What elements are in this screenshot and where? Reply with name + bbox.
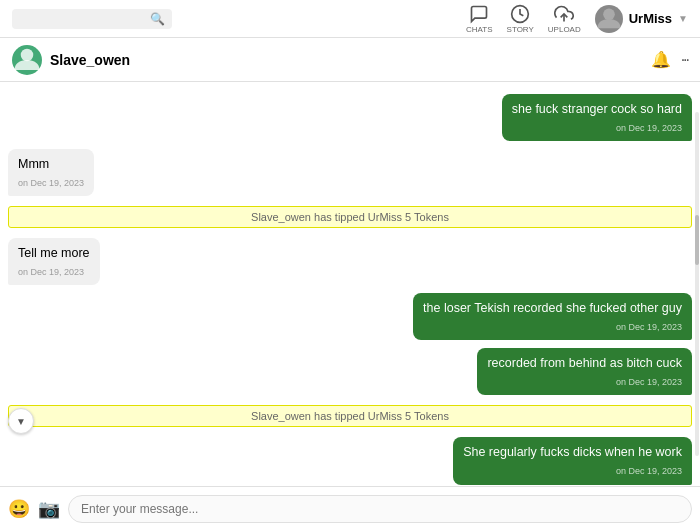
right-scrollbar[interactable] — [694, 82, 700, 486]
received-bubble: Tell me moreon Dec 19, 2023 — [8, 238, 100, 285]
search-bar[interactable]: 🔍 — [12, 9, 172, 29]
message-row: Mmmon Dec 19, 2023 — [8, 149, 692, 196]
message-text: the loser Tekish recorded she fucked oth… — [423, 301, 682, 315]
message-input[interactable] — [68, 495, 692, 523]
top-navigation: 🔍 CHATS STORY UPLOAD UrMiss ▼ — [0, 0, 700, 38]
scrollbar-track — [695, 112, 699, 456]
message-time: on Dec 19, 2023 — [463, 465, 682, 478]
message-row: Tell me moreon Dec 19, 2023 — [8, 238, 692, 285]
svg-point-2 — [603, 8, 615, 20]
messages-wrapper: she fuck stranger cock so hardon Dec 19,… — [0, 82, 700, 486]
profile-avatar — [595, 5, 623, 33]
message-row: recorded from behind as bitch cuckon Dec… — [8, 348, 692, 395]
received-bubble: Mmmon Dec 19, 2023 — [8, 149, 94, 196]
message-text: She regularly fucks dicks when he work — [463, 445, 682, 459]
sent-bubble: she fuck stranger cock so hardon Dec 19,… — [502, 94, 692, 141]
message-time: on Dec 19, 2023 — [512, 122, 682, 135]
user-avatar — [12, 45, 42, 75]
profile-area[interactable]: UrMiss ▼ — [595, 5, 688, 33]
svg-point-3 — [21, 48, 34, 61]
message-text: Tell me more — [18, 246, 90, 260]
header-actions: 🔔 ··· — [651, 50, 688, 69]
messages-area: she fuck stranger cock so hardon Dec 19,… — [0, 82, 700, 486]
sent-bubble: the loser Tekish recorded she fucked oth… — [413, 293, 692, 340]
profile-chevron-icon: ▼ — [678, 13, 688, 24]
tip-notification: Slave_owen has tipped UrMiss 5 Tokens — [8, 206, 692, 228]
more-options-icon[interactable]: ··· — [681, 51, 688, 69]
nav-icon-group: CHATS STORY UPLOAD UrMiss ▼ — [466, 4, 688, 34]
emoji-icon[interactable]: 😀 — [8, 498, 30, 520]
sent-bubble: recorded from behind as bitch cuckon Dec… — [477, 348, 692, 395]
scrollbar-thumb — [695, 215, 699, 265]
chevron-down-icon: ▼ — [16, 416, 26, 427]
message-text: she fuck stranger cock so hard — [512, 102, 682, 116]
message-text: recorded from behind as bitch cuck — [487, 356, 682, 370]
message-row: the loser Tekish recorded she fucked oth… — [8, 293, 692, 340]
story-nav-item[interactable]: STORY — [507, 4, 534, 34]
message-row: She regularly fucks dicks when he workon… — [8, 437, 692, 484]
message-text: Mmm — [18, 157, 49, 171]
message-time: on Dec 19, 2023 — [423, 321, 682, 334]
story-label: STORY — [507, 25, 534, 34]
camera-icon[interactable]: 📷 — [38, 498, 60, 520]
bell-icon[interactable]: 🔔 — [651, 50, 671, 69]
profile-name: UrMiss — [629, 11, 672, 26]
message-time: on Dec 19, 2023 — [18, 177, 84, 190]
chats-nav-item[interactable]: CHATS — [466, 4, 493, 34]
message-time: on Dec 19, 2023 — [487, 376, 682, 389]
search-input[interactable] — [20, 12, 150, 26]
upload-label: UPLOAD — [548, 25, 581, 34]
chat-username: Slave_owen — [50, 52, 130, 68]
sent-bubble: She regularly fucks dicks when he workon… — [453, 437, 692, 484]
input-area: 😀 📷 — [0, 486, 700, 530]
upload-nav-item[interactable]: UPLOAD — [548, 4, 581, 34]
chats-label: CHATS — [466, 25, 493, 34]
chat-header: Slave_owen 🔔 ··· — [0, 38, 700, 82]
scroll-down-button[interactable]: ▼ — [8, 408, 34, 434]
search-icon: 🔍 — [150, 12, 165, 26]
tip-notification: Slave_owen has tipped UrMiss 5 Tokens — [8, 405, 692, 427]
message-row: she fuck stranger cock so hardon Dec 19,… — [8, 94, 692, 141]
chat-user-info: Slave_owen — [12, 45, 130, 75]
message-time: on Dec 19, 2023 — [18, 266, 90, 279]
